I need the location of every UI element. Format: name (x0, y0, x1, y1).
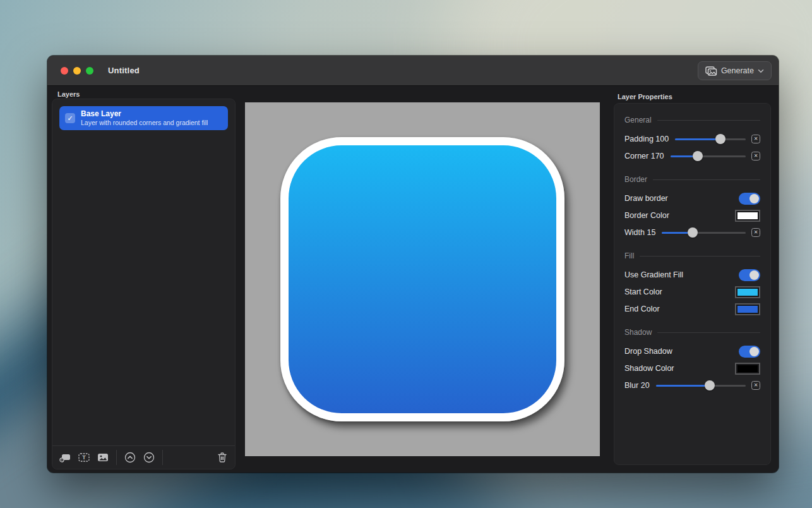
shadow-blur-label: Blur 20 (624, 381, 650, 390)
layer-subtitle: Layer with rounded corners and gradient … (81, 119, 208, 127)
swatch-fill (737, 212, 758, 219)
slider-thumb[interactable] (688, 227, 698, 238)
layer-properties-header: Layer Properties (618, 93, 672, 100)
shadow-color-swatch[interactable] (735, 363, 760, 375)
drop-shadow-toggle[interactable] (739, 346, 760, 358)
shadow-color-row: Shadow Color (624, 360, 760, 377)
shadow-blur-reset-button[interactable]: ✕ (751, 381, 760, 390)
corner-label: Corner 170 (624, 152, 664, 160)
border-width-slider[interactable] (662, 227, 746, 238)
section-border-head: Border (624, 172, 760, 186)
section-shadow-head: Shadow (624, 325, 760, 339)
slider-thumb[interactable] (693, 151, 703, 161)
toggle-knob (749, 194, 759, 203)
use-gradient-toggle[interactable] (739, 269, 760, 281)
layer-visibility-checkbox[interactable]: ✓ (65, 113, 75, 123)
padding-label: Padding 100 (624, 135, 669, 143)
drop-shadow-label: Drop Shadow (624, 347, 672, 356)
section-shadow: Shadow Drop Shadow Shadow Color Blur (624, 325, 760, 394)
toggle-knob (749, 347, 759, 356)
corner-slider[interactable] (671, 151, 746, 161)
layer-properties-panel: General Padding 100 ✕ Corner 170 (614, 103, 771, 465)
section-rule (657, 332, 760, 333)
swatch-fill (737, 365, 758, 372)
end-color-label: End Color (624, 305, 660, 313)
border-color-swatch[interactable] (735, 210, 760, 222)
use-gradient-row: Use Gradient Fill (624, 267, 760, 283)
layer-text: Base Layer Layer with rounded corners an… (81, 109, 208, 127)
end-color-row: End Color (624, 301, 760, 317)
canvas-preview (245, 102, 600, 456)
window-content: Layers ✓ Base Layer Layer with rounded c… (47, 86, 779, 472)
padding-slider[interactable] (675, 134, 746, 144)
drop-shadow-row: Drop Shadow (624, 343, 760, 360)
draw-border-label: Draw border (624, 194, 668, 203)
slider-thumb[interactable] (705, 380, 715, 390)
add-text-layer-icon[interactable]: T (78, 452, 90, 463)
draw-border-toggle[interactable] (739, 193, 760, 205)
app-window: Untitled Generate Layers ✓ Ba (47, 56, 779, 473)
swatch-fill (737, 306, 758, 313)
generate-button-label: Generate (721, 66, 754, 75)
border-width-row: Width 15 ✕ (624, 224, 760, 241)
section-rule (640, 256, 760, 257)
start-color-row: Start Color (624, 284, 760, 300)
end-color-swatch[interactable] (735, 303, 760, 315)
border-width-label: Width 15 (624, 228, 655, 237)
close-button[interactable] (61, 67, 68, 75)
section-fill: Fill Use Gradient Fill Start Color En (624, 249, 760, 317)
layers-header: Layers (57, 90, 80, 98)
delete-layer-trash-icon[interactable] (217, 452, 228, 463)
preview-shape (280, 137, 564, 421)
layer-title: Base Layer (81, 109, 208, 119)
slider-fill (675, 138, 720, 141)
add-image-layer-icon[interactable] (97, 452, 109, 463)
section-fill-head: Fill (624, 249, 760, 263)
layer-list-item[interactable]: ✓ Base Layer Layer with rounded corners … (59, 106, 228, 130)
chevron-down-icon (758, 69, 764, 73)
corner-reset-button[interactable]: ✕ (751, 152, 760, 160)
start-color-swatch[interactable] (735, 286, 760, 298)
section-border-title: Border (624, 175, 647, 184)
section-fill-title: Fill (624, 251, 634, 260)
generate-button[interactable]: Generate (698, 61, 772, 80)
minimize-button[interactable] (73, 67, 81, 75)
padding-row: Padding 100 ✕ (624, 131, 760, 147)
svg-text:T: T (82, 454, 86, 461)
shadow-color-label: Shadow Color (624, 364, 674, 373)
padding-reset-button[interactable]: ✕ (751, 135, 760, 143)
slider-thumb[interactable] (715, 134, 725, 144)
border-width-reset-button[interactable]: ✕ (751, 228, 760, 237)
section-rule (653, 179, 760, 180)
titlebar: Untitled Generate (47, 56, 779, 86)
toggle-knob (749, 270, 759, 280)
section-border: Border Draw border Border Color Width (624, 172, 760, 241)
move-layer-down-icon[interactable] (143, 452, 155, 463)
move-layer-up-icon[interactable] (124, 452, 136, 463)
layers-toolbar: T (52, 445, 235, 469)
section-rule (657, 120, 760, 121)
section-shadow-title: Shadow (624, 328, 652, 337)
swatch-fill (737, 289, 758, 296)
traffic-lights (61, 67, 93, 75)
section-general-head: General (624, 113, 760, 127)
use-gradient-label: Use Gradient Fill (624, 270, 683, 279)
toolbar-separator (162, 450, 163, 465)
section-general-title: General (624, 116, 652, 124)
layers-panel: ✓ Base Layer Layer with rounded corners … (52, 99, 236, 469)
corner-row: Corner 170 ✕ (624, 148, 760, 164)
slider-fill (656, 385, 710, 387)
photos-stack-icon (705, 66, 717, 76)
window-title: Untitled (108, 66, 140, 75)
section-general: General Padding 100 ✕ Corner 170 (624, 113, 760, 164)
zoom-button[interactable] (86, 67, 93, 75)
add-shape-layer-icon[interactable] (59, 452, 71, 463)
start-color-label: Start Color (624, 287, 662, 296)
toolbar-separator (116, 450, 117, 465)
border-color-row: Border Color (624, 207, 760, 224)
draw-border-row: Draw border (624, 190, 760, 207)
border-color-label: Border Color (624, 211, 669, 220)
shadow-blur-slider[interactable] (656, 380, 746, 390)
shadow-blur-row: Blur 20 ✕ (624, 377, 760, 394)
